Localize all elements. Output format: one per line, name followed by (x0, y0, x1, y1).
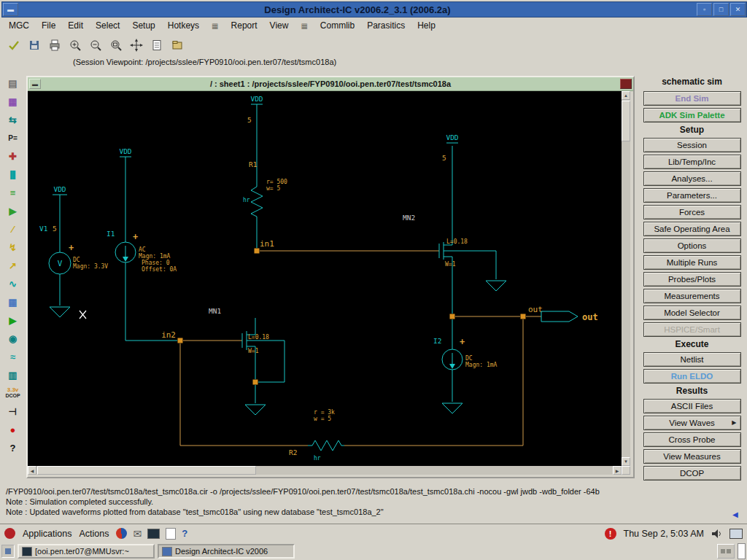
forces-button[interactable]: Forces (643, 205, 741, 219)
netlist-button[interactable]: Netlist (643, 352, 741, 367)
console-scroll-icon[interactable]: ◀ (732, 510, 738, 518)
menu-edit[interactable]: Edit (68, 20, 83, 31)
menu-report[interactable]: Report (231, 20, 258, 31)
task-button-design-architect[interactable]: Design Architect-IC v2006 (158, 544, 295, 559)
help-icon[interactable]: ? (4, 439, 22, 456)
schematic-window-titlebar[interactable]: ▬ / : sheet1 : /projects/sslee/FYP0910/o… (28, 77, 633, 91)
vscroll-thumb[interactable] (622, 101, 630, 141)
hscroll-thumb[interactable] (37, 466, 256, 475)
window-menu-icon[interactable]: ▬ (3, 3, 18, 16)
force-icon[interactable]: ↯ (4, 238, 22, 256)
terminal-icon[interactable] (147, 529, 160, 539)
menu-help[interactable]: Help (417, 20, 436, 31)
options-button[interactable]: Options (643, 238, 741, 253)
transient-icon[interactable]: ⇆ (4, 111, 22, 128)
properties-icon[interactable]: P= (4, 129, 22, 147)
notes-icon[interactable] (166, 528, 176, 540)
tray-mini-panel[interactable] (717, 544, 735, 559)
applications-menu[interactable]: Applications (23, 529, 71, 539)
report-icon[interactable]: ▤ (4, 74, 22, 92)
close-icon[interactable]: ✕ (730, 3, 746, 16)
print-icon[interactable] (46, 36, 63, 53)
toolbar-toggle-icon[interactable]: ▦ (212, 22, 218, 30)
probes-plots-button[interactable]: Probes/Plots (643, 272, 741, 287)
zoom-out-icon[interactable] (87, 36, 104, 53)
library-icon[interactable]: ▦ (4, 93, 22, 110)
menu-setup[interactable]: Setup (132, 20, 155, 31)
menu-select[interactable]: Select (96, 20, 120, 31)
resize-grip[interactable] (622, 466, 630, 475)
hspice-smart-button: HSPICE/Smart (643, 322, 741, 337)
workspace-pager[interactable] (1, 545, 15, 558)
world-icon[interactable]: ◉ (4, 330, 22, 347)
schematic-maximize-icon[interactable] (620, 79, 632, 89)
analyses-button[interactable]: Analyses... (643, 171, 741, 186)
cross-probe-button[interactable]: Cross Probe (643, 432, 741, 447)
pan-icon[interactable] (128, 36, 144, 53)
task-button-terminal[interactable]: [ooi.pen.ter07@MMUsvr:~ (18, 544, 155, 559)
wave-icon[interactable]: ∿ (4, 275, 22, 292)
menu-commlib[interactable]: Commlib (320, 20, 355, 31)
model-selector-button[interactable]: Model Selector (643, 306, 741, 320)
main-menu-icon[interactable] (4, 528, 15, 539)
volume-icon[interactable] (711, 529, 722, 539)
menu-file[interactable]: File (42, 20, 55, 31)
parameters-button[interactable]: Parameters... (643, 188, 741, 203)
lib-temp-inc-button[interactable]: Lib/Temp/Inc (643, 155, 741, 169)
sheet-icon[interactable] (148, 36, 165, 53)
check-connect-icon[interactable]: ✚ (4, 147, 22, 165)
view-measures-button[interactable]: View Measures (643, 449, 741, 464)
maximize-icon[interactable]: □ (713, 3, 729, 16)
menu-mgc[interactable]: MGC (9, 20, 29, 31)
run-eldo-button[interactable]: Run ELDO (643, 369, 741, 384)
schematic-minimize-icon[interactable]: ▬ (29, 79, 41, 89)
zoom-area-icon[interactable] (107, 36, 124, 53)
multiple-runs-button[interactable]: Multiple Runs (643, 255, 741, 270)
mail-icon[interactable]: ✉ (133, 528, 142, 540)
safe-operating-area-button[interactable]: Safe Operating Area (643, 222, 741, 236)
trace-icon[interactable]: ↗ (4, 257, 22, 274)
minimize-icon[interactable]: ▫ (697, 3, 712, 16)
signal-icon[interactable]: ≈ (4, 348, 22, 365)
zoom-in-icon[interactable] (66, 36, 83, 53)
stop-icon[interactable]: ● (4, 421, 22, 438)
adk-sim-palette-button[interactable]: ADK Sim Palette (643, 108, 741, 122)
display-icon[interactable] (729, 529, 743, 539)
ascii-files-button[interactable]: ASCII Files (643, 399, 741, 413)
alert-icon[interactable]: ! (605, 528, 616, 540)
save-icon[interactable] (26, 36, 42, 53)
toolbar-toggle-icon-2[interactable]: ▦ (301, 22, 307, 30)
menu-parasitics[interactable]: Parasitics (367, 20, 405, 31)
probe-icon[interactable]: ∕ (4, 220, 22, 238)
message-console[interactable]: /FYP0910/ooi.pen.ter07/test/tsmc018a/tes… (1, 484, 746, 521)
scroll-right-icon[interactable]: ▶ (613, 466, 622, 475)
browser-icon[interactable] (116, 528, 127, 539)
menu-view[interactable]: View (270, 20, 289, 31)
open-sheet-icon[interactable] (169, 36, 185, 53)
session-button[interactable]: Session (643, 138, 741, 152)
schematic-vscrollbar[interactable]: ▲ ▼ (622, 91, 630, 466)
dcop-button[interactable]: DCOP (643, 466, 741, 481)
view-waves-button[interactable]: View Waves ▶ (643, 416, 741, 430)
scroll-down-icon[interactable]: ▼ (622, 457, 630, 466)
grid-icon[interactable]: ▦ (4, 293, 22, 311)
play-icon[interactable]: ▶ (4, 311, 22, 329)
measurements-button[interactable]: Measurements (643, 289, 741, 303)
clock-text[interactable]: Thu Sep 2, 5:03 AM (624, 529, 705, 539)
check-icon[interactable] (5, 36, 22, 53)
dcop-icon[interactable]: 3.3v DCOP (4, 384, 22, 402)
schematic-hscrollbar[interactable]: ◀ ▶ (28, 466, 622, 475)
stimulus-icon[interactable]: ▐▌ (4, 166, 22, 183)
actions-menu[interactable]: Actions (79, 529, 109, 539)
run-sim-icon[interactable]: ▶ (4, 202, 22, 219)
panel-hide-handle[interactable] (738, 543, 746, 559)
end-point-icon[interactable]: ⊣ (4, 402, 22, 420)
schematic-canvas[interactable]: VDD V1 5 V + DC Magn: 3.3V VDD (28, 91, 622, 466)
help-book-icon[interactable]: ? (182, 528, 187, 539)
scroll-left-icon[interactable]: ◀ (28, 466, 36, 475)
results-icon[interactable]: ▥ (4, 366, 22, 384)
scroll-up-icon[interactable]: ▲ (622, 91, 630, 100)
end-sim-button[interactable]: End Sim (643, 91, 741, 106)
menu-hotkeys[interactable]: Hotkeys (168, 20, 199, 31)
netlist-icon[interactable]: ≡ (4, 184, 22, 201)
